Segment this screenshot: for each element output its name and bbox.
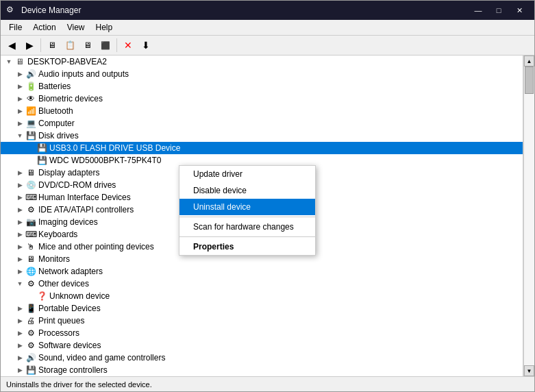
expand-icon-bluetooth: ▶ (14, 106, 25, 117)
window-title: Device Manager (21, 5, 469, 15)
scrollbar[interactable]: ▲ ▼ (523, 56, 534, 376)
expand-icon-processors: ▶ (14, 328, 25, 339)
usb-flash-icon: 💾 (36, 143, 47, 154)
tree-label-computer: Computer (38, 119, 521, 128)
toolbar-scan[interactable]: ⬛ (97, 37, 114, 53)
dvd-icon: 💿 (25, 180, 36, 191)
toolbar-update[interactable]: 📋 (62, 37, 78, 53)
title-bar: ⚙ Device Manager — □ ✕ (1, 1, 534, 20)
expand-icon-monitors: ▶ (14, 254, 25, 265)
toolbar-delete[interactable]: ✕ (120, 37, 136, 53)
tree-item-disk-drives[interactable]: ▼ 💾 Disk drives (1, 130, 523, 142)
network-icon: 🌐 (25, 266, 36, 277)
tree-item-storage[interactable]: ▶ 💾 Storage controllers (1, 364, 523, 376)
expand-icon-portable: ▶ (14, 303, 25, 314)
tree-label-storage: Storage controllers (38, 365, 521, 375)
context-menu-uninstall-device[interactable]: Uninstall device (179, 199, 315, 215)
toolbar-back[interactable]: ◀ (3, 37, 20, 53)
status-text: Uninstalls the driver for the selected d… (6, 380, 152, 389)
expand-icon-computer: ▶ (14, 118, 25, 129)
scroll-thumb[interactable] (525, 66, 534, 94)
tree-item-sound[interactable]: ▶ 🔊 Sound, video and game controllers (1, 352, 523, 364)
tree-label-print: Print queues (38, 316, 521, 326)
tree-item-portable[interactable]: ▶ 📱 Portable Devices (1, 302, 523, 315)
expand-icon-other: ▼ (14, 278, 25, 289)
expand-icon-unknown (25, 291, 36, 302)
scroll-up-button[interactable]: ▲ (524, 56, 534, 66)
expand-icon-keyboards: ▶ (14, 229, 25, 240)
expand-icon-biometric: ▶ (14, 93, 25, 104)
title-bar-controls: — □ ✕ (469, 3, 529, 17)
expand-icon-display: ▶ (14, 167, 25, 178)
expand-icon-hid: ▶ (14, 192, 25, 203)
tree-label-audio: Audio inputs and outputs (38, 69, 521, 79)
tree-root[interactable]: ▼ 🖥 DESKTOP-BABVEA2 (1, 56, 523, 68)
tree-label-software: Software devices (38, 341, 521, 350)
scroll-down-button[interactable]: ▼ (524, 365, 534, 376)
expand-icon-mice: ▶ (14, 241, 25, 252)
expand-icon-network: ▶ (14, 266, 25, 277)
device-manager-window: ⚙ Device Manager — □ ✕ File Action View … (0, 0, 535, 392)
tree-item-bluetooth[interactable]: ▶ 📶 Bluetooth (1, 105, 523, 117)
disk-drives-icon: 💾 (25, 130, 36, 141)
sound-icon: 🔊 (25, 352, 36, 363)
toolbar-add[interactable]: ⬇ (138, 37, 154, 53)
tree-label-portable: Portable Devices (38, 304, 521, 313)
expand-icon-root: ▼ (3, 56, 14, 67)
expand-icon-batteries: ▶ (14, 81, 25, 92)
menu-action[interactable]: Action (27, 21, 61, 34)
tree-item-other[interactable]: ▼ ⚙ Other devices (1, 278, 523, 290)
tree-item-print[interactable]: ▶ 🖨 Print queues (1, 315, 523, 327)
tree-item-software[interactable]: ▶ ⚙ Software devices (1, 339, 523, 352)
expand-icon-audio: ▶ (14, 69, 25, 79)
ide-icon: ⚙ (25, 204, 36, 215)
imaging-icon: 📷 (25, 217, 36, 228)
toolbar-properties[interactable]: 🖥 (44, 37, 60, 53)
context-menu-separator (179, 217, 315, 217)
unknown-icon: ❓ (36, 291, 47, 302)
close-button[interactable]: ✕ (510, 3, 529, 17)
context-menu-properties[interactable]: Properties (179, 238, 315, 255)
portable-icon: 📱 (25, 303, 36, 314)
toolbar-separator-1 (40, 38, 41, 52)
batteries-icon: 🔋 (25, 81, 36, 92)
status-bar: Uninstalls the driver for the selected d… (1, 376, 534, 391)
tree-item-processors[interactable]: ▶ ⚙ Processors (1, 327, 523, 339)
computer-node-icon: 💻 (25, 118, 36, 129)
expand-icon-wdc (25, 155, 36, 166)
display-icon: 🖥 (25, 167, 36, 178)
menu-help[interactable]: Help (90, 21, 119, 34)
device-tree[interactable]: ▼ 🖥 DESKTOP-BABVEA2 ▶ 🔊 Audio inputs and… (1, 56, 523, 376)
tree-item-biometric[interactable]: ▶ 👁 Biometric devices (1, 93, 523, 105)
toolbar-forward[interactable]: ▶ (21, 37, 38, 53)
minimize-button[interactable]: — (469, 3, 488, 17)
expand-icon-storage: ▶ (14, 365, 25, 376)
context-menu-update-driver[interactable]: Update driver (179, 166, 315, 182)
tree-item-usb-flash[interactable]: 💾 USB3.0 FLASH DRIVE USB Device (1, 142, 523, 154)
tree-item-audio[interactable]: ▶ 🔊 Audio inputs and outputs (1, 68, 523, 80)
menu-view[interactable]: View (62, 21, 90, 34)
print-icon: 🖨 (25, 315, 36, 326)
tree-label-bluetooth: Bluetooth (38, 106, 521, 116)
maximize-button[interactable]: □ (489, 3, 508, 17)
tree-item-batteries[interactable]: ▶ 🔋 Batteries (1, 80, 523, 93)
menu-file[interactable]: File (3, 21, 27, 34)
app-icon: ⚙ (6, 5, 17, 16)
tree-item-network[interactable]: ▶ 🌐 Network adapters (1, 265, 523, 278)
tree-label-other: Other devices (38, 279, 521, 289)
context-menu-scan-hardware[interactable]: Scan for hardware changes (179, 219, 315, 235)
storage-icon: 💾 (25, 365, 36, 376)
tree-label-sound: Sound, video and game controllers (38, 353, 521, 363)
tree-item-computer[interactable]: ▶ 💻 Computer (1, 117, 523, 130)
tree-root-label: DESKTOP-BABVEA2 (27, 57, 521, 66)
expand-icon-software: ▶ (14, 340, 25, 351)
scroll-track[interactable] (524, 66, 534, 365)
tree-label-biometric: Biometric devices (38, 94, 521, 103)
tree-label-usb-flash: USB3.0 FLASH DRIVE USB Device (49, 143, 521, 153)
expand-icon-print: ▶ (14, 315, 25, 326)
tree-item-unknown[interactable]: ❓ Unknown device (1, 290, 523, 302)
toolbar-uninstall[interactable]: 🖥 (79, 37, 96, 53)
context-menu-disable-device[interactable]: Disable device (179, 182, 315, 199)
main-area: ▼ 🖥 DESKTOP-BABVEA2 ▶ 🔊 Audio inputs and… (1, 56, 534, 376)
monitors-icon: 🖥 (25, 254, 36, 265)
